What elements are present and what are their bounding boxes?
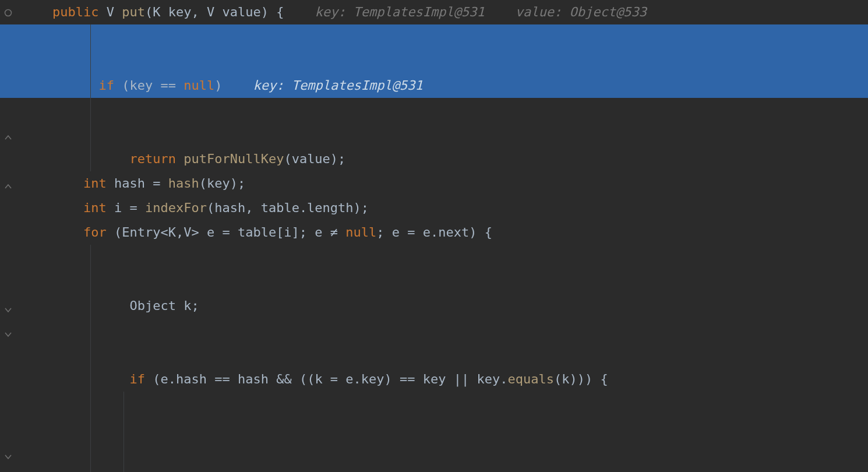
fold-end-icon[interactable] <box>3 305 13 315</box>
operator: == <box>160 78 176 93</box>
keyword: return <box>129 152 175 166</box>
code-line[interactable]: int hash = hash(key); <box>23 171 868 196</box>
code-line[interactable]: public V put(K key, V value) { key: Temp… <box>23 0 868 24</box>
keyword: if <box>98 78 114 93</box>
keyword: int <box>83 176 107 191</box>
method-name: put <box>122 5 145 19</box>
inlay-hint: key: TemplatesImpl@531 <box>253 78 422 93</box>
code-line[interactable]: int i = indexFor(hash, table.length); <box>23 196 868 220</box>
indent <box>68 298 130 313</box>
code-text: (Entry<K,V> e = table[i]; e <box>107 225 330 239</box>
code-line[interactable]: if (e.hash == hash && ((k = e.key) == ke… <box>23 318 868 392</box>
keyword-null: null <box>184 78 214 93</box>
operator: == <box>400 372 415 386</box>
code-line-highlighted[interactable]: if (key == null) key: TemplatesImpl@531 <box>0 24 868 98</box>
indent <box>68 78 99 93</box>
code-text: (K key, V value) { <box>145 5 284 19</box>
breakpoint-ring-icon[interactable] <box>3 8 13 17</box>
keyword: int <box>83 200 107 215</box>
code-text: hash && ((k = e.key) <box>230 372 400 386</box>
keyword-null: null <box>345 225 376 239</box>
spacer <box>222 78 253 93</box>
indent <box>52 225 83 239</box>
indent <box>52 200 83 215</box>
code-text: (k))) { <box>554 372 608 386</box>
code-text: hash = <box>107 176 168 191</box>
code-text: V <box>98 5 122 19</box>
indent <box>68 152 130 166</box>
spacer <box>284 5 315 19</box>
fold-end-icon[interactable] <box>3 452 13 462</box>
method-call: equals <box>508 372 554 386</box>
code-text: ; e = e.next) { <box>376 225 492 239</box>
code-text <box>176 152 184 166</box>
fold-start-icon[interactable] <box>3 182 13 191</box>
method-call: putForNullKey <box>184 152 284 166</box>
code-text: (key); <box>199 176 245 191</box>
code-text: (key <box>114 78 160 93</box>
indent <box>68 372 130 386</box>
code-text: (hash, table.length); <box>207 200 369 215</box>
code-text: V oldValue = e.value; <box>160 470 322 472</box>
inlay-hint: value: Object@533 <box>516 5 647 19</box>
code-line[interactable]: V oldValue = e.value; <box>23 392 868 472</box>
keyword: if <box>129 372 145 386</box>
code-text: (e.hash <box>145 372 214 386</box>
code-text <box>176 78 184 93</box>
method-call: indexFor <box>145 200 207 215</box>
code-text: key || key. <box>415 372 508 386</box>
code-text: i = <box>107 200 145 215</box>
code-line[interactable]: return putForNullKey(value); <box>23 98 868 171</box>
code-line[interactable]: Object k; <box>23 245 868 318</box>
code-editor[interactable]: public V put(K key, V value) { key: Temp… <box>17 0 868 472</box>
code-text <box>338 225 345 239</box>
code-text: Object k; <box>129 298 199 313</box>
inlay-hint: key: TemplatesImpl@531 <box>315 5 484 19</box>
code-line[interactable]: for (Entry<K,V> e = table[i]; e ≠ null; … <box>23 220 868 245</box>
fold-end-icon[interactable] <box>3 330 13 339</box>
indent <box>52 176 83 191</box>
indent <box>68 470 161 472</box>
svg-point-0 <box>5 10 12 16</box>
keyword: for <box>83 225 107 239</box>
fold-start-icon[interactable] <box>3 133 13 142</box>
operator: == <box>214 372 230 386</box>
operator: ≠ <box>330 225 338 239</box>
code-text: (value); <box>284 152 345 166</box>
keyword: public <box>52 5 98 19</box>
method-call: hash <box>168 176 199 191</box>
spacer <box>485 5 516 19</box>
code-text: ) <box>214 78 222 93</box>
